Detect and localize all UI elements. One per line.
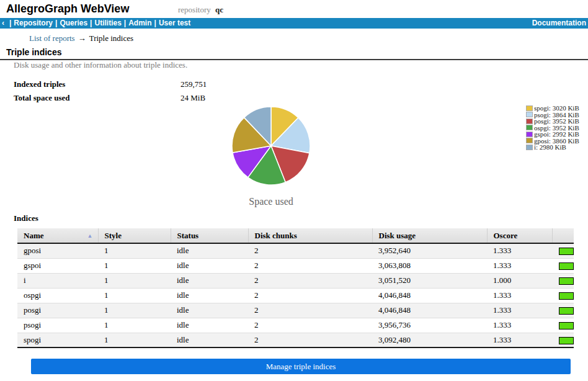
- nav-separator: |: [90, 19, 92, 27]
- legend-item-posgi: posgi: 3952 KiB: [526, 118, 579, 125]
- cell-health: [552, 333, 574, 347]
- cell-name: gposi: [17, 243, 98, 258]
- cell-disk-usage: 4,046,848: [372, 288, 487, 303]
- cell-status: idle: [171, 333, 248, 347]
- pie-chart-caption: Space used: [206, 196, 336, 207]
- column-header-disk-chunks[interactable]: Disk chunks: [248, 228, 372, 243]
- table-row-ospgi: ospgi1idle24,046,8481.333: [17, 288, 574, 303]
- page-title-bar: Triple indices: [0, 47, 588, 60]
- cell-health: [552, 273, 574, 288]
- cell-status: idle: [171, 318, 248, 333]
- cell-style: 1: [98, 243, 171, 258]
- nav-item-queries[interactable]: Queries: [60, 19, 87, 27]
- stat-value: 24 MiB: [180, 93, 205, 103]
- cell-health: [552, 288, 574, 303]
- nav-item-documentation[interactable]: Documentation: [532, 19, 586, 27]
- space-used-pie-chart: [231, 105, 311, 186]
- triple-indices-page: AllegroGraph WebView repository qc ‹|Rep…: [0, 0, 588, 381]
- page-title: Triple indices: [6, 47, 61, 57]
- cell-disk-usage: 3,051,520: [372, 273, 487, 288]
- sort-asc-icon: ▲: [87, 233, 93, 239]
- health-status-bar: [559, 307, 574, 315]
- breadcrumb-current: Triple indices: [89, 34, 133, 43]
- cell-oscore: 1.333: [487, 288, 552, 303]
- cell-health: [552, 243, 574, 258]
- legend-label: gspoi: 2992 KiB: [534, 131, 579, 137]
- breadcrumb: List of reports→Triple indices: [29, 34, 133, 43]
- breadcrumb-link-list-of-reports[interactable]: List of reports: [29, 34, 75, 43]
- legend-label: psogi: 3864 KiB: [534, 112, 579, 118]
- cell-status: idle: [171, 273, 248, 288]
- column-header-style[interactable]: Style: [98, 228, 171, 243]
- nav-item-user-test[interactable]: User test: [159, 19, 190, 27]
- legend-label: i: 2980 KiB: [534, 144, 566, 150]
- legend-swatch: [526, 132, 533, 137]
- cell-name: psogi: [17, 318, 98, 333]
- legend-swatch: [526, 105, 533, 111]
- indices-table: Name▲StyleStatusDisk chunksDisk usageOsc…: [17, 228, 574, 348]
- cell-oscore: 1.333: [487, 333, 552, 347]
- column-header-disk-usage[interactable]: Disk usage: [372, 228, 487, 243]
- table-row-spogi: spogi1idle23,092,4801.333: [17, 333, 574, 347]
- column-header-label: Disk chunks: [255, 231, 297, 240]
- cell-disk-chunks: 2: [248, 333, 372, 347]
- column-header-name[interactable]: Name▲: [17, 228, 98, 243]
- stat-row-total-space-used: Total space used24 MiB: [14, 93, 324, 107]
- cell-disk-chunks: 2: [248, 243, 372, 258]
- cell-name: gspoi: [17, 258, 98, 273]
- nav-separator: |: [55, 19, 57, 27]
- cell-status: idle: [171, 258, 248, 273]
- nav-item-admin[interactable]: Admin: [128, 19, 151, 27]
- legend-item-spogi: spogi: 3020 KiB: [526, 105, 579, 112]
- nav-item-utilities[interactable]: Utilities: [94, 19, 121, 27]
- cell-disk-chunks: 2: [248, 273, 372, 288]
- cell-oscore: 1.333: [487, 318, 552, 333]
- cell-disk-chunks: 2: [248, 303, 372, 318]
- legend-swatch: [526, 145, 533, 150]
- repository-indicator: repository qc: [178, 5, 223, 15]
- stat-row-indexed-triples: Indexed triples259,751: [14, 79, 324, 93]
- table-row-gposi: gposi1idle23,952,6401.333: [17, 243, 574, 258]
- nav-left: ‹|Repository|Queries|Utilities|Admin|Use…: [2, 18, 190, 29]
- pie-svg: [231, 105, 311, 186]
- pie-chart-legend: spogi: 3020 KiBpsogi: 3864 KiBposgi: 395…: [526, 105, 579, 151]
- cell-health: [552, 303, 574, 318]
- cell-oscore: 1.333: [487, 243, 552, 258]
- legend-swatch: [526, 138, 533, 143]
- cell-oscore: 1.000: [487, 273, 552, 288]
- nav-item-repository[interactable]: Repository: [14, 19, 53, 27]
- cell-disk-usage: 3,956,736: [372, 318, 487, 333]
- cell-oscore: 1.333: [487, 258, 552, 273]
- cell-health: [552, 318, 574, 333]
- legend-item-gspoi: gspoi: 2992 KiB: [526, 131, 579, 138]
- stats-block: Indexed triples259,751Total space used24…: [14, 79, 324, 107]
- legend-label: gposi: 3860 KiB: [534, 138, 579, 144]
- page-subtitle: Disk usage and other information about t…: [14, 60, 187, 70]
- column-header-oscore[interactable]: Oscore: [487, 228, 552, 243]
- breadcrumb-arrow-icon: →: [78, 34, 86, 43]
- column-header-status[interactable]: Status: [171, 228, 248, 243]
- health-status-bar: [559, 262, 574, 270]
- cell-style: 1: [98, 333, 171, 347]
- table-row-gspoi: gspoi1idle23,063,8081.333: [17, 258, 574, 273]
- main-nav-bar: ‹|Repository|Queries|Utilities|Admin|Use…: [0, 18, 588, 29]
- stat-label: Total space used: [14, 93, 70, 103]
- health-status-bar: [559, 277, 574, 285]
- nav-separator: |: [9, 19, 11, 27]
- nav-back-icon[interactable]: ‹: [2, 19, 4, 27]
- indices-table-header: Name▲StyleStatusDisk chunksDisk usageOsc…: [17, 228, 574, 243]
- cell-disk-chunks: 2: [248, 258, 372, 273]
- legend-swatch: [526, 119, 533, 124]
- legend-label: spogi: 3020 KiB: [534, 105, 579, 111]
- manage-triple-indices-button[interactable]: Manage triple indices: [31, 359, 571, 374]
- table-row-psogi: psogi1idle23,956,7361.333: [17, 318, 574, 333]
- repository-name: qc: [215, 5, 223, 14]
- column-header-label: Name: [24, 231, 44, 240]
- legend-swatch: [526, 125, 533, 130]
- legend-label: posgi: 3952 KiB: [534, 118, 579, 124]
- cell-style: 1: [98, 258, 171, 273]
- cell-status: idle: [171, 303, 248, 318]
- cell-style: 1: [98, 288, 171, 303]
- stat-label: Indexed triples: [14, 79, 65, 89]
- cell-status: idle: [171, 243, 248, 258]
